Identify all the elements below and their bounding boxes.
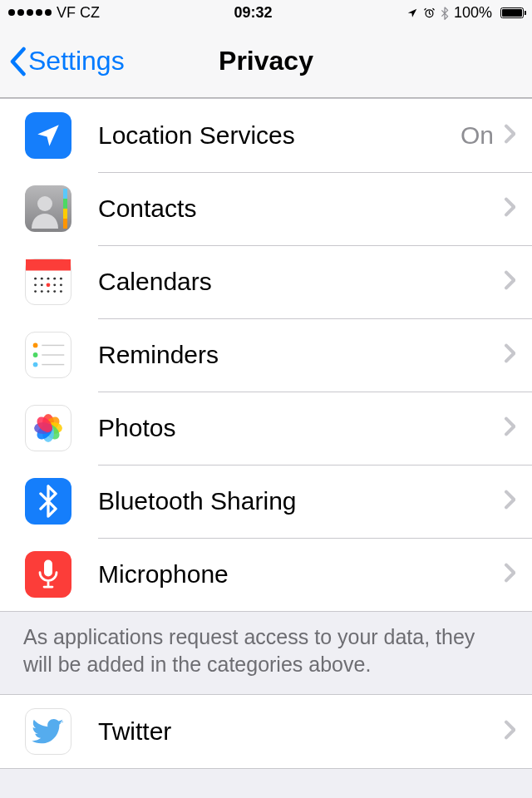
svg-point-11 xyxy=(60,278,62,280)
battery-percent: 100% xyxy=(454,4,492,22)
twitter-icon xyxy=(25,708,71,755)
microphone-icon xyxy=(25,551,71,598)
section-footer-text: As applications request access to your d… xyxy=(0,612,532,694)
bluetooth-icon xyxy=(25,478,71,525)
chevron-left-icon xyxy=(8,47,27,76)
row-bluetooth-sharing[interactable]: Bluetooth Sharing xyxy=(0,465,532,538)
status-bar: VF CZ 09:32 100% xyxy=(0,0,532,25)
signal-strength-icon xyxy=(8,9,52,16)
row-calendars[interactable]: Calendars xyxy=(0,245,532,318)
svg-point-12 xyxy=(34,283,37,286)
chevron-right-icon xyxy=(504,270,515,293)
chevron-right-icon xyxy=(504,563,515,586)
svg-point-7 xyxy=(34,278,37,280)
chevron-right-icon xyxy=(504,124,515,147)
carrier-label: VF CZ xyxy=(57,4,100,22)
svg-point-13 xyxy=(41,283,43,286)
battery-icon xyxy=(497,7,524,18)
photos-icon xyxy=(25,405,71,451)
svg-rect-6 xyxy=(26,259,71,271)
row-label: Microphone xyxy=(98,560,504,589)
row-label: Location Services xyxy=(98,121,461,150)
row-label: Twitter xyxy=(98,717,504,746)
svg-point-22 xyxy=(33,343,38,348)
social-list: Twitter xyxy=(0,694,532,769)
row-twitter[interactable]: Twitter xyxy=(0,695,532,768)
svg-point-15 xyxy=(60,283,62,286)
chevron-right-icon xyxy=(504,343,515,367)
row-location-services[interactable]: Location Services On xyxy=(0,99,532,172)
svg-point-1 xyxy=(37,196,52,211)
svg-point-16 xyxy=(34,290,37,293)
svg-point-18 xyxy=(47,290,50,293)
alarm-icon xyxy=(423,4,436,22)
status-right: 100% xyxy=(406,4,524,22)
row-label: Photos xyxy=(98,414,504,442)
back-button[interactable]: Settings xyxy=(8,46,125,76)
bluetooth-status-icon xyxy=(441,4,449,22)
svg-point-24 xyxy=(33,362,38,367)
location-icon xyxy=(25,112,71,159)
svg-point-10 xyxy=(53,278,56,280)
svg-rect-5 xyxy=(63,219,67,229)
row-reminders[interactable]: Reminders xyxy=(0,318,532,392)
chevron-right-icon xyxy=(504,490,515,513)
row-label: Bluetooth Sharing xyxy=(98,487,504,515)
svg-rect-2 xyxy=(63,189,67,199)
chevron-right-icon xyxy=(504,197,515,220)
contacts-icon xyxy=(25,185,71,232)
chevron-right-icon xyxy=(504,720,515,743)
location-indicator-icon xyxy=(406,4,418,22)
row-label: Contacts xyxy=(98,195,504,223)
row-label: Calendars xyxy=(98,268,504,296)
row-microphone[interactable]: Microphone xyxy=(0,538,532,611)
nav-bar: Settings Privacy xyxy=(0,25,532,98)
chevron-right-icon xyxy=(504,416,515,440)
svg-point-21 xyxy=(47,283,51,287)
privacy-list: Location Services On Contacts xyxy=(0,98,532,612)
svg-rect-36 xyxy=(44,560,52,577)
svg-point-9 xyxy=(47,278,50,280)
status-left: VF CZ xyxy=(8,4,100,22)
svg-point-17 xyxy=(41,290,43,293)
row-label: Reminders xyxy=(98,341,504,369)
calendar-icon xyxy=(25,259,71,305)
row-contacts[interactable]: Contacts xyxy=(0,172,532,245)
svg-point-8 xyxy=(41,278,43,280)
svg-rect-4 xyxy=(63,209,67,219)
row-photos[interactable]: Photos xyxy=(0,392,532,465)
svg-point-20 xyxy=(60,290,62,293)
reminders-icon xyxy=(25,332,71,378)
svg-point-14 xyxy=(53,283,56,286)
svg-point-23 xyxy=(33,352,38,357)
svg-rect-3 xyxy=(63,199,67,209)
status-time: 09:32 xyxy=(234,4,272,22)
row-value: On xyxy=(461,121,494,150)
svg-point-19 xyxy=(53,290,56,293)
back-label: Settings xyxy=(28,46,125,76)
